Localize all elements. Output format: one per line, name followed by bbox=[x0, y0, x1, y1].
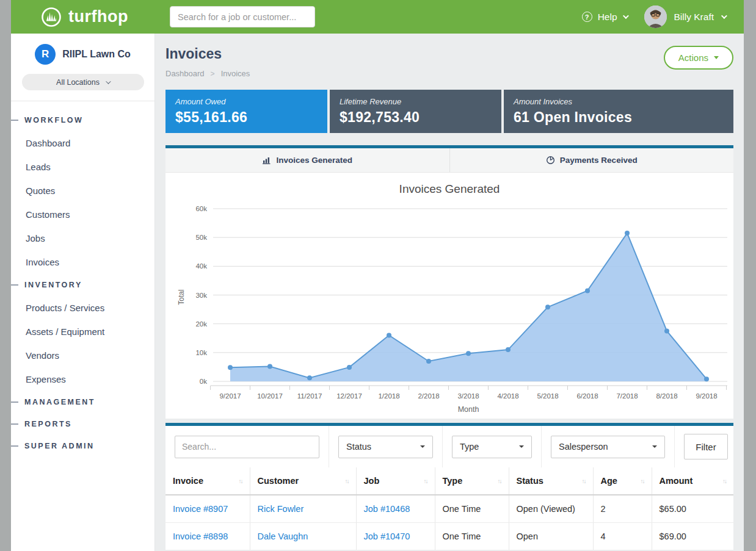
breadcrumb-dashboard[interactable]: Dashboard bbox=[165, 69, 205, 78]
sort-icon[interactable]: ↑↓ bbox=[722, 478, 726, 484]
column-header-amount[interactable]: Amount↑↓ bbox=[652, 467, 733, 495]
svg-text:10/2017: 10/2017 bbox=[257, 392, 283, 400]
svg-text:30k: 30k bbox=[195, 292, 207, 299]
caret-down-icon bbox=[420, 445, 425, 448]
sidebar-item-vendors[interactable]: Vendors bbox=[11, 344, 154, 367]
type-select[interactable]: Type bbox=[452, 436, 532, 458]
actions-button[interactable]: Actions bbox=[664, 46, 733, 70]
salesperson-select[interactable]: Salesperson bbox=[551, 436, 665, 458]
svg-text:4/2018: 4/2018 bbox=[497, 392, 518, 400]
sidebar-item-products-services[interactable]: Products / Services bbox=[11, 296, 154, 320]
sort-icon[interactable]: ↑↓ bbox=[641, 478, 644, 484]
page-title: Invoices bbox=[165, 46, 250, 62]
svg-text:3/2018: 3/2018 bbox=[457, 392, 479, 400]
sidebar-item-invoices[interactable]: Invoices bbox=[11, 250, 154, 274]
cell-amount: $69.00 bbox=[652, 523, 733, 550]
cell-job: Job #10468 bbox=[356, 495, 435, 523]
column-header-invoice[interactable]: Invoice↑↓ bbox=[165, 467, 250, 495]
user-menu[interactable]: Billy Kraft bbox=[644, 5, 725, 28]
chart-panel: Invoices Generated Payments Received Inv… bbox=[165, 145, 733, 419]
column-label: Customer bbox=[258, 476, 299, 486]
link-customer[interactable]: Rick Fowler bbox=[258, 504, 304, 514]
cell-status: Open bbox=[509, 523, 593, 550]
sidebar-item-leads[interactable]: Leads bbox=[11, 155, 154, 179]
svg-text:6/2018: 6/2018 bbox=[576, 392, 598, 400]
svg-text:5/2018: 5/2018 bbox=[537, 392, 558, 400]
link-invoice[interactable]: Invoice #8907 bbox=[173, 504, 228, 514]
stat-value: $55,161.66 bbox=[175, 109, 318, 126]
cell-invoice: Invoice #8898 bbox=[165, 523, 250, 550]
column-header-age[interactable]: Age↑↓ bbox=[593, 467, 652, 495]
sidebar-section-management[interactable]: MANAGEMENT bbox=[11, 391, 154, 413]
sidebar-item-jobs[interactable]: Jobs bbox=[11, 226, 154, 250]
column-header-type[interactable]: Type↑↓ bbox=[435, 467, 509, 495]
svg-text:1/2018: 1/2018 bbox=[378, 392, 399, 400]
topbar-right: ? Help Billy Kraft bbox=[582, 5, 744, 28]
sidebar-item-dashboard[interactable]: Dashboard bbox=[11, 131, 154, 155]
left-scrollbar[interactable] bbox=[0, 0, 11, 551]
turfhop-grass-icon bbox=[40, 6, 62, 28]
caret-down-icon bbox=[519, 445, 524, 448]
sidebar-section-label: SUPER ADMIN bbox=[24, 442, 95, 450]
svg-text:50k: 50k bbox=[195, 234, 207, 241]
stat-card-open-invoices: Amount Invoices 61 Open Invoices bbox=[504, 90, 733, 133]
status-select-value: Status bbox=[346, 442, 371, 452]
stat-card-amount-owed: Amount Owed $55,161.66 bbox=[165, 90, 327, 133]
sort-icon[interactable]: ↑↓ bbox=[239, 478, 242, 484]
cell-customer: Rick Fowler bbox=[250, 495, 356, 523]
column-header-customer[interactable]: Customer↑↓ bbox=[250, 467, 356, 495]
column-header-status[interactable]: Status↑↓ bbox=[509, 467, 593, 495]
help-icon: ? bbox=[582, 12, 592, 22]
brand-logo[interactable]: turfhop bbox=[40, 6, 156, 28]
stat-value: $192,753.40 bbox=[340, 109, 492, 126]
status-select[interactable]: Status bbox=[338, 436, 433, 458]
sort-icon[interactable]: ↑↓ bbox=[424, 478, 427, 484]
stat-label: Amount Invoices bbox=[514, 97, 724, 106]
link-job[interactable]: Job #10470 bbox=[364, 531, 410, 541]
cell-job: Job #10470 bbox=[356, 523, 435, 550]
sort-icon[interactable]: ↑↓ bbox=[582, 478, 586, 484]
sidebar-section-inventory[interactable]: INVENTORY bbox=[11, 274, 154, 296]
svg-text:12/2017: 12/2017 bbox=[336, 392, 362, 400]
tab-invoices-generated[interactable]: Invoices Generated bbox=[165, 148, 449, 172]
cell-customer: Dale Vaughn bbox=[250, 523, 356, 550]
help-menu[interactable]: ? Help bbox=[582, 12, 627, 23]
salesperson-select-value: Salesperson bbox=[559, 442, 608, 452]
company-header[interactable]: R RIIPL Lawn Co bbox=[11, 34, 154, 65]
cell-amount: $65.00 bbox=[652, 495, 733, 523]
breadcrumb-invoices: Invoices bbox=[221, 69, 250, 78]
link-job[interactable]: Job #10468 bbox=[364, 504, 410, 514]
global-search-input[interactable] bbox=[170, 6, 315, 27]
sidebar-item-assets-equipment[interactable]: Assets / Equipment bbox=[11, 320, 154, 344]
column-header-job[interactable]: Job↑↓ bbox=[356, 467, 435, 495]
main-content: Invoices Dashboard > Invoices Actions Am… bbox=[155, 34, 744, 551]
location-selector[interactable]: All Locations bbox=[22, 74, 144, 90]
sidebar-section-workflow[interactable]: WORKFLOW bbox=[11, 109, 154, 131]
sort-icon[interactable]: ↑↓ bbox=[498, 478, 501, 484]
stat-card-lifetime-revenue: Lifetime Revenue $192,753.40 bbox=[330, 90, 501, 133]
cell-age: 4 bbox=[593, 523, 652, 550]
sort-icon[interactable]: ↑↓ bbox=[345, 478, 349, 484]
link-invoice[interactable]: Invoice #8898 bbox=[173, 531, 228, 541]
tab-label: Payments Received bbox=[560, 156, 638, 165]
link-customer[interactable]: Dale Vaughn bbox=[258, 531, 308, 541]
dash-icon bbox=[11, 402, 18, 403]
tab-payments-received[interactable]: Payments Received bbox=[449, 148, 734, 172]
top-header: turfhop ? Help bbox=[11, 0, 744, 34]
location-selector-label: All Locations bbox=[56, 78, 100, 87]
svg-text:40k: 40k bbox=[195, 262, 207, 270]
company-name: RIIPL Lawn Co bbox=[62, 49, 131, 60]
breadcrumb-separator: > bbox=[211, 70, 215, 78]
sidebar-section-reports[interactable]: REPORTS bbox=[11, 413, 154, 435]
column-label: Age bbox=[601, 476, 617, 486]
cell-type: One Time bbox=[435, 495, 509, 523]
sidebar-section-super-admin[interactable]: SUPER ADMIN bbox=[11, 435, 154, 457]
right-scrollbar[interactable] bbox=[744, 0, 756, 551]
sidebar-item-quotes[interactable]: Quotes bbox=[11, 179, 154, 203]
table-search-input[interactable] bbox=[175, 436, 319, 458]
column-label: Amount bbox=[660, 476, 693, 486]
sidebar-item-expenses[interactable]: Expenses bbox=[11, 367, 154, 391]
sidebar-item-customers[interactable]: Customers bbox=[11, 203, 154, 226]
filter-button[interactable]: Filter bbox=[684, 434, 728, 459]
cell-status: Open (Viewed) bbox=[509, 495, 593, 523]
